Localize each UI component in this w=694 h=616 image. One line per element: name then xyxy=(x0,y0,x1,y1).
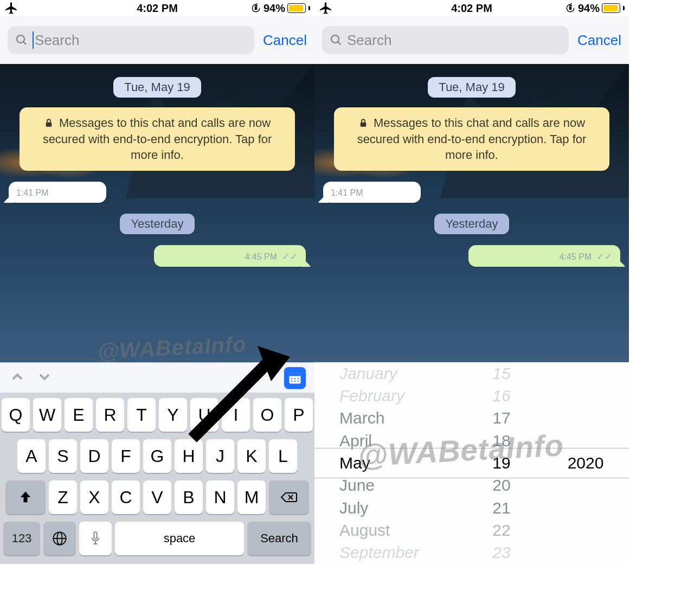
chat-area[interactable]: Tue, May 19 Messages to this chat and ca… xyxy=(314,64,629,362)
search-placeholder: Search xyxy=(35,32,79,49)
svg-point-11 xyxy=(298,380,299,381)
keyboard-accessory xyxy=(0,362,314,393)
svg-rect-22 xyxy=(569,7,572,10)
key-p[interactable]: P xyxy=(285,398,313,432)
key-g[interactable]: G xyxy=(143,439,171,473)
orientation-lock-icon xyxy=(565,3,576,14)
svg-rect-3 xyxy=(46,123,52,127)
screen-right: 4:02 PM 94% Search Cancel Tue, May 19 xyxy=(314,0,629,564)
status-time: 4:02 PM xyxy=(451,2,492,15)
keyboard: QWERTYUIOP ASDFGHJKL ZXCVBNM 123 xyxy=(0,393,314,564)
svg-point-23 xyxy=(331,35,339,43)
date-picker[interactable]: @WABetaInfo January February March April… xyxy=(314,362,629,564)
key-w[interactable]: W xyxy=(33,398,61,432)
battery-percent: 94% xyxy=(264,2,285,15)
encryption-notice[interactable]: Messages to this chat and calls are now … xyxy=(334,107,609,171)
search-input[interactable]: Search xyxy=(322,26,569,54)
key-i[interactable]: I xyxy=(222,398,250,432)
svg-point-10 xyxy=(294,380,295,381)
message-time: 1:41 PM xyxy=(331,188,363,197)
key-q[interactable]: Q xyxy=(2,398,30,432)
svg-point-7 xyxy=(294,378,295,379)
text-caret xyxy=(33,31,34,49)
search-icon xyxy=(330,34,343,47)
numeric-key[interactable]: 123 xyxy=(3,522,40,555)
key-l[interactable]: L xyxy=(269,439,297,473)
svg-rect-25 xyxy=(361,123,367,127)
svg-point-8 xyxy=(298,378,299,379)
key-c[interactable]: C xyxy=(112,480,140,514)
cancel-button[interactable]: Cancel xyxy=(577,32,621,49)
search-icon xyxy=(15,34,28,47)
calendar-button[interactable] xyxy=(284,367,306,389)
date-separator: Tue, May 19 xyxy=(428,77,515,98)
prev-result-button[interactable] xyxy=(9,368,26,388)
message-outgoing[interactable]: 4:45 PM ✓✓ xyxy=(0,245,314,267)
status-bar: 4:02 PM 94% xyxy=(314,0,629,16)
key-b[interactable]: B xyxy=(175,480,203,514)
status-time: 4:02 PM xyxy=(137,2,178,15)
backspace-key[interactable] xyxy=(269,480,309,514)
year-selected: 2020 xyxy=(568,452,604,474)
key-x[interactable]: X xyxy=(80,480,108,514)
svg-point-6 xyxy=(291,378,292,379)
key-t[interactable]: T xyxy=(127,398,156,432)
search-key[interactable]: Search xyxy=(247,522,311,555)
key-k[interactable]: K xyxy=(237,439,266,473)
date-separator-yesterday: Yesterday xyxy=(120,214,194,234)
key-v[interactable]: V xyxy=(143,480,171,514)
message-incoming[interactable]: 1:41 PM xyxy=(0,182,314,203)
orientation-lock-icon xyxy=(250,3,261,14)
airplane-mode-icon xyxy=(319,1,333,15)
year-wheel[interactable]: 2020 xyxy=(542,362,629,564)
calendar-icon xyxy=(287,370,303,386)
shift-key[interactable] xyxy=(5,480,46,514)
encryption-notice[interactable]: Messages to this chat and calls are now … xyxy=(20,107,295,171)
next-result-button[interactable] xyxy=(36,368,53,388)
lock-icon xyxy=(44,118,54,128)
search-bar: Search Cancel xyxy=(0,16,314,64)
key-d[interactable]: D xyxy=(80,439,108,473)
delivered-check-icon: ✓✓ xyxy=(596,251,613,262)
delivered-check-icon: ✓✓ xyxy=(282,251,298,262)
key-m[interactable]: M xyxy=(237,480,266,514)
search-bar: Search Cancel xyxy=(314,16,629,64)
svg-line-24 xyxy=(338,42,340,44)
cancel-button[interactable]: Cancel xyxy=(263,32,307,49)
date-separator: Tue, May 19 xyxy=(113,77,201,98)
message-outgoing[interactable]: 4:45 PM ✓✓ xyxy=(314,245,629,267)
key-n[interactable]: N xyxy=(206,480,234,514)
globe-key[interactable] xyxy=(43,522,76,555)
key-o[interactable]: O xyxy=(253,398,281,432)
message-time: 4:45 PM xyxy=(245,252,277,261)
key-f[interactable]: F xyxy=(112,439,140,473)
battery-percent: 94% xyxy=(578,2,600,15)
key-e[interactable]: E xyxy=(65,398,93,432)
globe-icon xyxy=(52,531,67,546)
svg-rect-19 xyxy=(94,532,97,539)
svg-rect-0 xyxy=(255,7,258,10)
key-y[interactable]: Y xyxy=(159,398,187,432)
svg-point-9 xyxy=(291,380,292,381)
message-time: 1:41 PM xyxy=(16,188,49,197)
chat-area[interactable]: Tue, May 19 Messages to this chat and ca… xyxy=(0,64,314,362)
dictation-key[interactable] xyxy=(79,522,112,555)
key-z[interactable]: Z xyxy=(49,480,77,514)
battery-icon xyxy=(602,3,620,13)
key-s[interactable]: S xyxy=(49,439,77,473)
svg-rect-5 xyxy=(290,373,301,376)
svg-line-2 xyxy=(23,42,26,44)
key-r[interactable]: R xyxy=(96,398,124,432)
message-time: 4:45 PM xyxy=(559,252,592,261)
lock-icon xyxy=(358,118,368,128)
date-separator-yesterday: Yesterday xyxy=(434,214,509,234)
search-placeholder: Search xyxy=(347,32,391,49)
key-a[interactable]: A xyxy=(17,439,46,473)
microphone-icon xyxy=(89,531,101,546)
message-incoming[interactable]: 1:41 PM xyxy=(314,182,629,203)
space-key[interactable]: space xyxy=(115,522,244,555)
search-input[interactable]: Search xyxy=(8,26,254,54)
key-j[interactable]: J xyxy=(206,439,234,473)
key-u[interactable]: U xyxy=(190,398,219,432)
key-h[interactable]: H xyxy=(175,439,203,473)
